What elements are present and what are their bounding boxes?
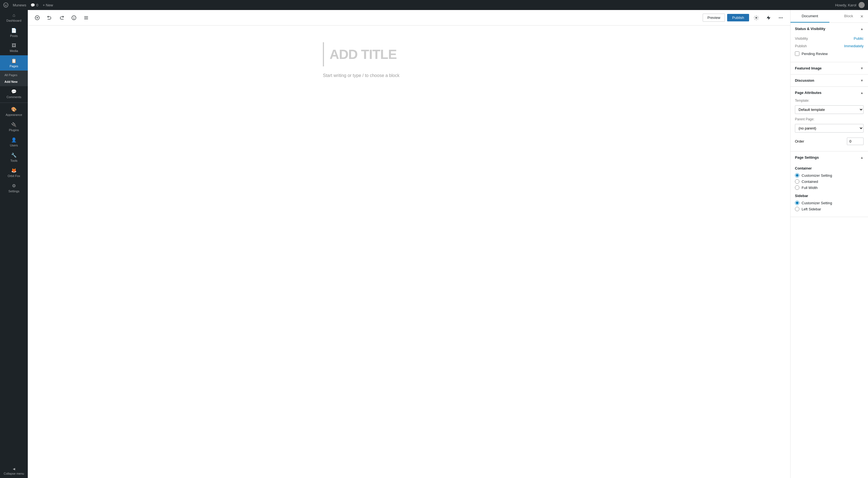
parent-page-select[interactable]: (no parent) bbox=[795, 124, 864, 132]
discussion-section: Discussion ▼ bbox=[790, 74, 868, 87]
svg-point-15 bbox=[782, 18, 783, 18]
pending-review-checkbox[interactable] bbox=[795, 52, 799, 56]
sidebar-divider bbox=[0, 102, 28, 103]
svg-point-11 bbox=[756, 17, 757, 18]
toolbar-right: Preview Publish bbox=[703, 13, 786, 23]
svg-point-7 bbox=[74, 18, 74, 19]
site-name[interactable]: Munews bbox=[13, 3, 26, 7]
sidebar-item-posts[interactable]: 📄 Posts bbox=[0, 25, 28, 40]
container-full-width-radio[interactable] bbox=[795, 185, 799, 190]
discussion-header[interactable]: Discussion ▼ bbox=[790, 74, 868, 86]
chevron-up-icon-3: ▲ bbox=[860, 156, 864, 159]
editor-content[interactable]: ADD TITLE Start writing or type / to cho… bbox=[28, 26, 790, 478]
order-row: Order bbox=[795, 136, 864, 147]
comments-icon: 💬 bbox=[11, 89, 17, 94]
parent-page-label: Parent Page: bbox=[795, 117, 864, 121]
sidebar-left-radio[interactable] bbox=[795, 207, 799, 211]
featured-image-header[interactable]: Featured Image ▼ bbox=[790, 62, 868, 74]
editor-canvas: ADD TITLE Start writing or type / to cho… bbox=[323, 42, 495, 78]
tab-document[interactable]: Document bbox=[790, 10, 829, 23]
lightning-button[interactable] bbox=[764, 13, 774, 23]
editor-toolbar: Preview Publish bbox=[28, 10, 790, 26]
sidebar-item-tools[interactable]: 🔧 Tools bbox=[0, 150, 28, 165]
page-settings-body: Container Customizer Setting Contained F… bbox=[790, 163, 868, 217]
publish-value[interactable]: Immediately bbox=[844, 44, 864, 48]
orbitfox-icon: 🦊 bbox=[11, 168, 17, 173]
title-placeholder: ADD TITLE bbox=[330, 47, 490, 62]
container-full-width-option[interactable]: Full Width bbox=[795, 185, 864, 190]
page-settings-section: Page Settings ▲ Container Customizer Set… bbox=[790, 151, 868, 217]
sidebar-item-appearance[interactable]: 🎨 Appearance bbox=[0, 104, 28, 119]
plugins-icon: 🔌 bbox=[11, 122, 17, 127]
tools-icon: 🔧 bbox=[11, 153, 17, 158]
svg-text:W: W bbox=[4, 4, 7, 7]
sidebar-item-users[interactable]: 👤 Users bbox=[0, 135, 28, 150]
publish-row: Publish Immediately bbox=[795, 42, 864, 50]
sidebar: ⌂ Dashboard 📄 Posts 🖼 Media 📋 Pages All … bbox=[0, 10, 28, 478]
chevron-up-icon: ▲ bbox=[860, 27, 864, 31]
sidebar-item-pages[interactable]: 📋 Pages bbox=[0, 55, 28, 70]
status-visibility-header[interactable]: Status & Visibility ▲ bbox=[790, 23, 868, 35]
sidebar-item-orbitfox[interactable]: 🦊 Orbit Fox bbox=[0, 165, 28, 180]
sidebar-item-all-pages[interactable]: All Pages bbox=[0, 72, 28, 78]
posts-icon: 📄 bbox=[11, 28, 17, 33]
sidebar-customizer-option[interactable]: Customizer Setting bbox=[795, 201, 864, 205]
visibility-row: Visibility Public bbox=[795, 35, 864, 42]
status-visibility-section: Status & Visibility ▲ Visibility Public … bbox=[790, 23, 868, 62]
page-attributes-section: Page Attributes ▲ Template: Default temp… bbox=[790, 87, 868, 151]
container-customizer-option[interactable]: Customizer Setting bbox=[795, 173, 864, 178]
right-panel: Document Block ✕ Status & Visibility ▲ V… bbox=[790, 10, 868, 478]
status-visibility-body: Visibility Public Publish Immediately Pe… bbox=[790, 35, 868, 62]
sidebar-radio-group: Customizer Setting Left Sidebar bbox=[795, 200, 864, 212]
page-settings-header[interactable]: Page Settings ▲ bbox=[790, 151, 868, 163]
add-block-button[interactable] bbox=[32, 13, 42, 23]
user-greeting[interactable]: Howdy, Karol bbox=[835, 2, 865, 8]
template-select[interactable]: Default template Full Width Custom bbox=[795, 105, 864, 114]
page-attributes-body: Template: Default template Full Width Cu… bbox=[790, 99, 868, 151]
container-contained-radio[interactable] bbox=[795, 179, 799, 184]
chevron-up-icon-2: ▲ bbox=[860, 91, 864, 95]
template-label: Template: bbox=[795, 99, 864, 102]
comments-count[interactable]: 💬 0 bbox=[31, 3, 38, 7]
sidebar-left-option[interactable]: Left Sidebar bbox=[795, 207, 864, 211]
panel-tabs: Document Block ✕ bbox=[790, 10, 868, 23]
media-icon: 🖼 bbox=[12, 43, 16, 48]
new-content-button[interactable]: + New bbox=[43, 3, 53, 7]
more-tools-button[interactable] bbox=[776, 13, 786, 23]
sidebar-item-settings[interactable]: ⚙ Settings bbox=[0, 180, 28, 196]
sidebar-item-comments[interactable]: 💬 Comments bbox=[0, 86, 28, 101]
tools-button[interactable] bbox=[81, 13, 91, 23]
title-block[interactable]: ADD TITLE bbox=[323, 42, 495, 66]
content-placeholder: Start writing or type / to choose a bloc… bbox=[323, 73, 495, 78]
sidebar-label: Sidebar bbox=[795, 191, 864, 200]
sidebar-item-dashboard[interactable]: ⌂ Dashboard bbox=[0, 10, 28, 25]
avatar bbox=[859, 2, 865, 8]
sidebar-item-plugins[interactable]: 🔌 Plugins bbox=[0, 119, 28, 135]
redo-button[interactable] bbox=[57, 13, 67, 23]
sidebar-customizer-radio[interactable] bbox=[795, 201, 799, 205]
chevron-down-icon-2: ▼ bbox=[860, 79, 864, 83]
container-contained-option[interactable]: Contained bbox=[795, 179, 864, 184]
sidebar-item-add-new[interactable]: Add New bbox=[0, 78, 28, 85]
collapse-menu-button[interactable]: ◀ Collapse menu bbox=[0, 465, 28, 478]
svg-point-14 bbox=[780, 18, 781, 18]
page-attributes-header[interactable]: Page Attributes ▲ bbox=[790, 87, 868, 99]
publish-button[interactable]: Publish bbox=[727, 14, 749, 21]
close-panel-button[interactable]: ✕ bbox=[858, 12, 866, 20]
pages-icon: 📋 bbox=[11, 58, 17, 63]
preview-button[interactable]: Preview bbox=[703, 13, 725, 22]
pages-submenu: All Pages Add New bbox=[0, 70, 28, 86]
visibility-value[interactable]: Public bbox=[854, 36, 864, 40]
chevron-down-icon: ▼ bbox=[860, 66, 864, 70]
container-customizer-radio[interactable] bbox=[795, 173, 799, 178]
appearance-icon: 🎨 bbox=[11, 107, 17, 112]
settings-toggle-button[interactable] bbox=[751, 13, 761, 23]
undo-button[interactable] bbox=[44, 13, 55, 23]
svg-point-13 bbox=[779, 18, 780, 18]
wp-logo[interactable]: W bbox=[3, 2, 8, 7]
sidebar-item-media[interactable]: 🖼 Media bbox=[0, 40, 28, 55]
admin-bar: W Munews 💬 0 + New Howdy, Karol bbox=[0, 0, 868, 10]
order-input[interactable] bbox=[847, 138, 864, 145]
dashboard-icon: ⌂ bbox=[12, 13, 15, 18]
document-overview-button[interactable] bbox=[69, 13, 79, 23]
